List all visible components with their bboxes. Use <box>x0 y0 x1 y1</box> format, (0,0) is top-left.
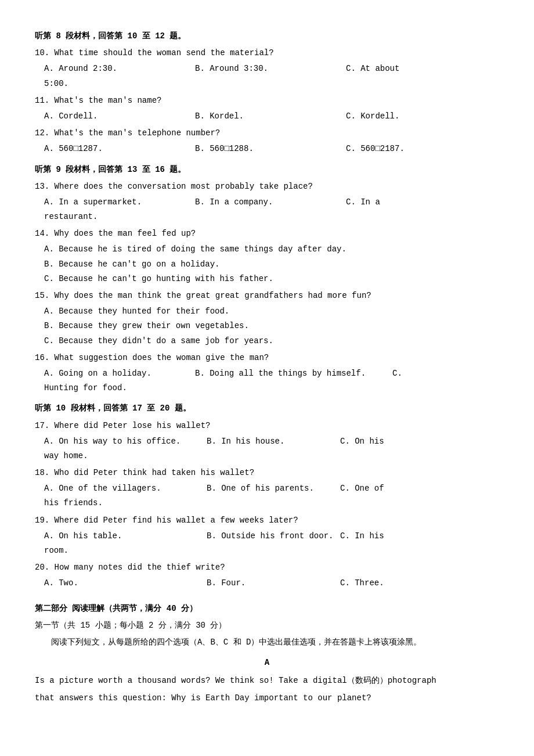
q14-option-a: A. Because he is tired of doing the same… <box>44 242 499 257</box>
question-11: 11. What's the man's name? A. Cordell. B… <box>35 93 499 124</box>
q10-option-c-wrap: 5:00. <box>44 77 499 91</box>
q18-option-b: B. One of his parents. <box>207 481 340 496</box>
q19-option-a: A. On his table. <box>44 529 207 543</box>
q15-option-b: B. Because they grew their own vegetable… <box>44 319 499 333</box>
q10-option-c: C. At about <box>346 62 399 76</box>
q14-title: 14. Why does the man feel fed up? <box>35 226 499 241</box>
reading-line2: that answers this question: Why is Earth… <box>35 691 499 705</box>
q16-option-b: B. Doing all the things by himself. <box>195 366 392 381</box>
question-16: 16. What suggestion does the woman give … <box>35 351 499 396</box>
q13-option-c: C. In a <box>346 195 380 210</box>
q14-option-b: B. Because he can't go on a holiday. <box>44 257 499 272</box>
question-17: 17. Where did Peter lose his wallet? A. … <box>35 419 499 464</box>
q19-option-c-wrap: room. <box>44 543 499 558</box>
q13-title: 13. Where does the conversation most pro… <box>35 179 499 194</box>
question-20: 20. How many notes did the thief write? … <box>35 560 499 591</box>
question-19: 19. Where did Peter find his wallet a fe… <box>35 513 499 559</box>
q16-option-a: A. Going on a holiday. <box>44 366 195 381</box>
section8-header: 听第 8 段材料，回答第 10 至 12 题。 <box>35 29 499 44</box>
q17-option-b: B. In his house. <box>207 434 340 449</box>
q17-option-c: C. On his <box>340 434 384 449</box>
part2-sub: 第一节（共 15 小题；每小题 2 分，满分 30 分） <box>35 618 499 633</box>
reading-line1: Is a picture worth a thousand words? We … <box>35 674 499 688</box>
q16-title: 16. What suggestion does the woman give … <box>35 351 499 365</box>
q15-option-a: A. Because they hunted for their food. <box>44 304 499 319</box>
question-18: 18. Who did Peter think had taken his wa… <box>35 466 499 511</box>
q11-option-a: A. Cordell. <box>44 109 195 124</box>
page-content: 听第 8 段材料，回答第 10 至 12 题。 10. What time sh… <box>35 29 499 705</box>
q18-title: 18. Who did Peter think had taken his wa… <box>35 466 499 480</box>
q10-option-b: B. Around 3:30. <box>195 62 346 76</box>
section9-header: 听第 9 段材料，回答第 13 至 16 题。 <box>35 163 499 177</box>
q17-option-a: A. On his way to his office. <box>44 434 207 449</box>
question-12: 12. What's the man's telephone number? A… <box>35 126 499 156</box>
q11-title: 11. What's the man's name? <box>35 93 499 108</box>
q15-title: 15. Why does the man think the great gre… <box>35 289 499 303</box>
part2-body: 阅读下列短文，从每题所给的四个选项（A、B、C 和 D）中选出最佳选项，并在答题… <box>35 635 499 650</box>
q12-option-b: B. 560□1288. <box>195 142 346 156</box>
q13-option-c-wrap: restaurant. <box>44 210 499 224</box>
question-10: 10. What time should the woman send the … <box>35 46 499 91</box>
q19-option-b: B. Outside his front door. <box>207 529 340 543</box>
q16-options: A. Going on a holiday. B. Doing all the … <box>35 366 499 381</box>
q17-options: A. On his way to his office. B. In his h… <box>35 434 499 449</box>
q10-option-a: A. Around 2:30. <box>44 62 195 76</box>
q13-option-a: A. In a supermarket. <box>44 195 195 210</box>
q18-option-c: C. One of <box>340 481 384 496</box>
q20-title: 20. How many notes did the thief write? <box>35 560 499 575</box>
q11-option-c: C. Kordell. <box>346 109 399 124</box>
q18-options: A. One of the villagers. B. One of his p… <box>35 481 499 496</box>
q18-option-c-wrap: his friends. <box>44 496 499 510</box>
q10-title: 10. What time should the woman send the … <box>35 46 499 60</box>
question-13: 13. Where does the conversation most pro… <box>35 179 499 225</box>
q14-option-c: C. Because he can't go hunting with his … <box>44 272 499 286</box>
q20-options: A. Two. B. Four. C. Three. <box>35 576 499 591</box>
q20-option-c: C. Three. <box>340 576 384 591</box>
q11-options: A. Cordell. B. Kordel. C. Kordell. <box>35 109 499 124</box>
q16-option-c-wrap: Hunting for food. <box>44 381 499 395</box>
section10-header: 听第 10 段材料，回答第 17 至 20 题。 <box>35 401 499 416</box>
q19-option-c: C. In his <box>340 529 384 543</box>
q13-option-b: B. In a company. <box>195 195 346 210</box>
q20-option-b: B. Four. <box>207 576 340 591</box>
q19-options: A. On his table. B. Outside his front do… <box>35 529 499 543</box>
q15-option-c: C. Because they didn't do a same job for… <box>44 334 499 348</box>
q12-options: A. 560□1287. B. 560□1288. C. 560□2187. <box>35 142 499 156</box>
q20-option-a: A. Two. <box>44 576 207 591</box>
question-15: 15. Why does the man think the great gre… <box>35 289 499 348</box>
q12-title: 12. What's the man's telephone number? <box>35 126 499 141</box>
q12-option-c: C. 560□2187. <box>346 142 405 156</box>
q13-options: A. In a supermarket. B. In a company. C.… <box>35 195 499 210</box>
q19-title: 19. Where did Peter find his wallet a fe… <box>35 513 499 528</box>
question-14: 14. Why does the man feel fed up? A. Bec… <box>35 226 499 286</box>
q10-options: A. Around 2:30. B. Around 3:30. C. At ab… <box>35 62 499 76</box>
q18-option-a: A. One of the villagers. <box>44 481 207 496</box>
part2-header: 第二部分 阅读理解（共两节，满分 40 分） <box>35 602 499 616</box>
q16-option-c: C. <box>392 366 402 381</box>
q12-option-a: A. 560□1287. <box>44 142 195 156</box>
q17-title: 17. Where did Peter lose his wallet? <box>35 419 499 433</box>
q17-option-c-wrap: way home. <box>44 449 499 463</box>
q11-option-b: B. Kordel. <box>195 109 346 124</box>
section-a-title: A <box>35 656 499 670</box>
